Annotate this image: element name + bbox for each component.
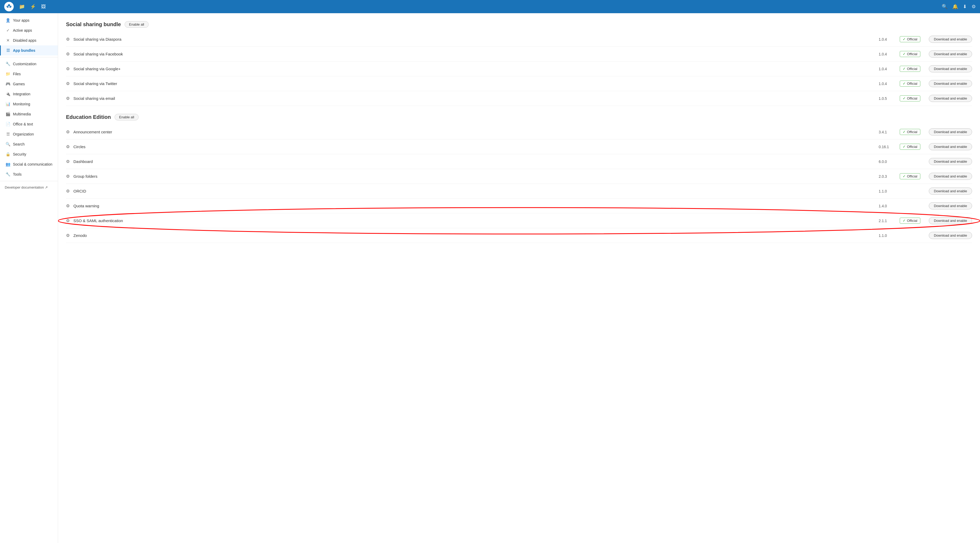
app-actions: Download and enable [929,65,972,72]
download-enable-button[interactable]: Download and enable [929,36,972,43]
developer-docs-link[interactable]: Developer documentation ↗ [0,183,58,192]
badge: ✓ Official [900,96,920,102]
folder-icon: 📁 [6,72,10,76]
education-bundle-header: Education Edition Enable all [66,114,972,120]
app-name: Announcement center [73,130,879,134]
app-name: Social sharing via Facebook [73,52,879,56]
sidebar-item-office-text[interactable]: 📄 Office & text [0,119,58,129]
official-badge: ✓ Official [900,129,929,135]
gallery-nav-icon[interactable]: 🖼 [41,4,46,10]
sidebar-item-integration[interactable]: 🔌 Integration [0,89,58,99]
app-version: 1.0.4 [879,37,900,41]
list-item: ⚙ ORCID 1.1.0 Download and enable [66,184,972,199]
list-item: ⚙ Dashboard 6.0.0 Download and enable [66,154,972,169]
app-name: SSO & SAML authentication [73,218,879,223]
sidebar-divider-2 [0,181,58,181]
sidebar-item-your-apps[interactable]: 👤 Your apps [0,15,58,25]
app-version: 2.1.1 [879,219,900,223]
app-name: Quota warning [73,204,879,208]
sidebar-label-your-apps: Your apps [13,18,30,22]
sidebar-item-active-apps[interactable]: ✓ Active apps [0,25,58,35]
app-version: 1.0.4 [879,67,900,71]
download-enable-button[interactable]: Download and enable [929,51,972,57]
sidebar-item-search[interactable]: 🔍 Search [0,139,58,149]
social-enable-all-button[interactable]: Enable all [125,21,149,28]
sidebar-item-files[interactable]: 📁 Files [0,69,58,79]
sidebar-item-disabled-apps[interactable]: ✕ Disabled apps [0,35,58,45]
app-actions: Download and enable [929,188,972,195]
download-enable-button[interactable]: Download and enable [929,95,972,102]
app-name: Social sharing via Twitter [73,81,879,86]
downloads-icon[interactable]: ⬇ [963,4,967,10]
sidebar-item-organization[interactable]: ☰ Organization [0,129,58,139]
sidebar-label-integration: Integration [13,92,30,96]
developer-docs-label: Developer documentation ↗ [5,185,48,189]
app-version: 1.0.4 [879,52,900,56]
security-icon: 🔒 [6,152,10,157]
gear-icon: ⚙ [66,144,70,149]
app-version: 3.4.1 [879,130,900,134]
badge: ✓ Official [900,173,920,179]
education-enable-all-button[interactable]: Enable all [115,114,138,120]
gear-icon: ⚙ [66,189,70,194]
gear-icon: ⚙ [66,37,70,42]
sidebar-item-multimedia[interactable]: 🎬 Multimedia [0,109,58,119]
sidebar-label-disabled-apps: Disabled apps [13,38,37,43]
official-badge: ✓ Official [900,66,929,72]
sidebar-divider [0,57,58,57]
sidebar-item-tools[interactable]: 🔧 Tools [0,169,58,179]
integration-icon: 🔌 [6,92,10,96]
download-enable-button[interactable]: Download and enable [929,80,972,87]
download-enable-button[interactable]: Download and enable [929,143,972,150]
files-nav-icon[interactable]: 📁 [19,4,25,10]
sidebar-item-social[interactable]: 👥 Social & communication [0,159,58,169]
sidebar-label-organization: Organization [13,132,34,136]
gear-icon: ⚙ [66,51,70,57]
download-enable-button[interactable]: Download and enable [929,158,972,165]
app-actions: Download and enable [929,36,972,43]
list-item: ⚙ Social sharing via Twitter 1.0.4 ✓ Off… [66,76,972,91]
sidebar-label-files: Files [13,72,21,76]
download-enable-button[interactable]: Download and enable [929,173,972,180]
download-enable-button[interactable]: Download and enable [929,128,972,135]
app-version: 1.0.5 [879,96,900,100]
download-enable-button[interactable]: Download and enable [929,202,972,209]
download-enable-button[interactable]: Download and enable [929,188,972,195]
sidebar-item-monitoring[interactable]: 📊 Monitoring [0,99,58,109]
official-badge: ✓ Official [900,218,929,224]
app-name: Group folders [73,174,879,178]
list-item: ⚙ Social sharing via Facebook 1.0.4 ✓ Of… [66,47,972,62]
gear-icon: ⚙ [66,96,70,101]
logo[interactable] [4,2,14,11]
official-badge: ✓ Official [900,36,929,42]
app-actions: Download and enable [929,51,972,57]
download-enable-button[interactable]: Download and enable [929,232,972,239]
sidebar-item-customization[interactable]: 🔧 Customization [0,59,58,69]
app-actions: Download and enable [929,158,972,165]
badge: ✓ Official [900,144,920,150]
sidebar-item-games[interactable]: 🎮 Games [0,79,58,89]
list-item: ⚙ Group folders 2.0.3 ✓ Official Downloa… [66,169,972,184]
download-enable-button[interactable]: Download and enable [929,217,972,224]
app-version: 2.0.3 [879,174,900,178]
app-version: 1.4.0 [879,204,900,208]
sidebar-label-search: Search [13,142,25,146]
gear-icon: ⚙ [66,203,70,209]
education-bundle-title: Education Edition [66,114,111,120]
download-enable-button[interactable]: Download and enable [929,65,972,72]
sidebar-label-monitoring: Monitoring [13,102,30,106]
badge: ✓ Official [900,81,920,87]
badge: ✓ Official [900,51,920,57]
notifications-icon[interactable]: 🔔 [952,4,958,10]
official-badge: ✓ Official [900,96,929,102]
customization-icon: 🔧 [6,62,10,66]
search-icon[interactable]: 🔍 [942,4,948,10]
sidebar-item-security[interactable]: 🔒 Security [0,149,58,159]
activity-nav-icon[interactable]: ⚡ [30,4,36,10]
sidebar-label-tools: Tools [13,172,22,177]
settings-icon[interactable]: ⚙ [972,4,976,10]
social-bundle-title: Social sharing bundle [66,21,121,27]
app-actions: Download and enable [929,232,972,239]
sidebar-item-app-bundles[interactable]: ☰ App bundles [0,45,58,56]
sidebar-label-app-bundles: App bundles [13,48,35,53]
